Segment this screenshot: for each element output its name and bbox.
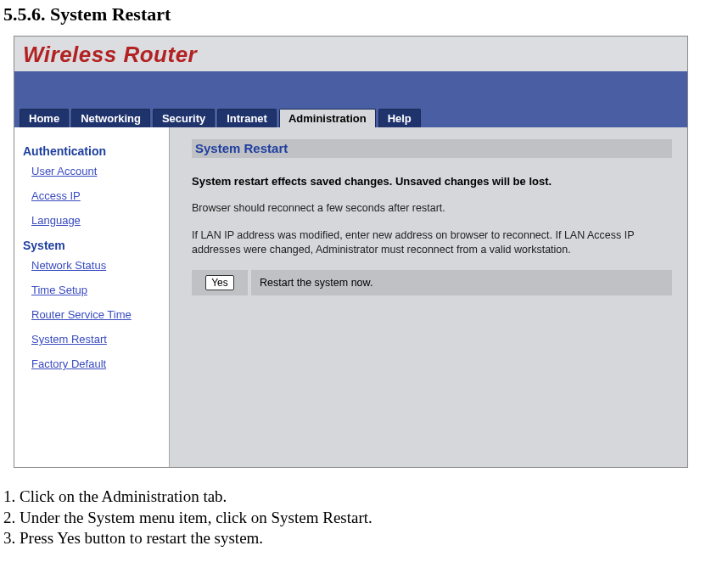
tab-help[interactable]: Help xyxy=(378,109,421,127)
tab-bar: Home Networking Security Intranet Admini… xyxy=(14,71,687,127)
panel-text-2: If LAN IP address was modified, enter ne… xyxy=(192,228,672,258)
sidebar-item-router-service-time[interactable]: Router Service Time xyxy=(31,308,160,321)
tab-administration[interactable]: Administration xyxy=(279,109,376,127)
tab-security[interactable]: Security xyxy=(153,109,215,127)
doc-step-1: 1. Click on the Administration tab. xyxy=(3,487,725,508)
sidebar-item-time-setup[interactable]: Time Setup xyxy=(31,284,160,296)
router-screenshot: Wireless Router Home Networking Security… xyxy=(14,36,688,468)
sidebar-item-language[interactable]: Language xyxy=(31,214,160,227)
sidebar-item-network-status[interactable]: Network Status xyxy=(31,259,160,272)
panel-text-1: Browser should reconnect a few seconds a… xyxy=(192,201,672,217)
doc-instructions: 1. Click on the Administration tab. 2. U… xyxy=(3,487,725,549)
sidebar-item-user-account[interactable]: User Account xyxy=(31,165,160,177)
restart-action-text: Restart the system now. xyxy=(251,270,672,295)
doc-step-3: 3. Press Yes button to restart the syste… xyxy=(3,528,725,549)
sidebar-item-access-ip[interactable]: Access IP xyxy=(31,189,160,202)
panel-warning: System restart effects saved changes. Un… xyxy=(192,175,672,188)
tab-intranet[interactable]: Intranet xyxy=(217,109,277,127)
router-logo: Wireless Router xyxy=(23,42,197,67)
tab-networking[interactable]: Networking xyxy=(71,109,150,127)
restart-action-row: Yes Restart the system now. xyxy=(192,270,672,295)
sidebar-section-system: System xyxy=(23,239,160,252)
tab-home[interactable]: Home xyxy=(20,109,69,127)
sidebar-section-authentication: Authentication xyxy=(23,144,160,158)
yes-button[interactable]: Yes xyxy=(205,275,234,290)
sidebar-item-system-restart[interactable]: System Restart xyxy=(31,333,160,346)
sidebar-item-factory-default[interactable]: Factory Default xyxy=(31,357,160,370)
yes-button-cell: Yes xyxy=(192,270,248,295)
sidebar: Authentication User Account Access IP La… xyxy=(14,127,170,467)
doc-section-heading: 5.5.6. System Restart xyxy=(3,3,725,25)
panel-title: System Restart xyxy=(192,139,672,158)
doc-step-2: 2. Under the System menu item, click on … xyxy=(3,508,725,529)
main-panel: System Restart System restart effects sa… xyxy=(170,127,687,467)
router-header: Wireless Router xyxy=(14,37,687,71)
router-body: Authentication User Account Access IP La… xyxy=(14,127,687,467)
